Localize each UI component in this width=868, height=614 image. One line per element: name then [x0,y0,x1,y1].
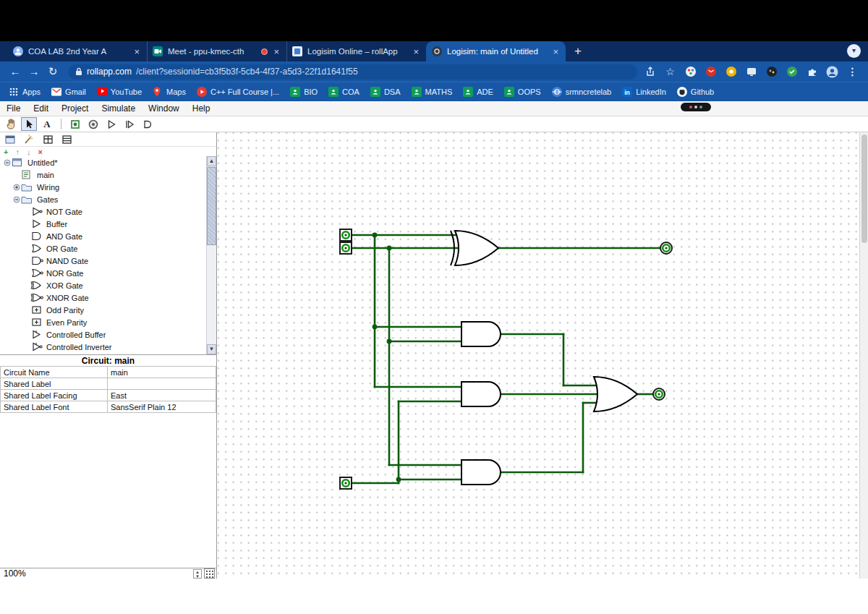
and-gate-3[interactable] [461,460,501,485]
canvas-scroll-thumb[interactable] [861,135,867,243]
tree-item-untitled-[interactable]: Untitled* [0,156,206,169]
tree-item-nand-gate[interactable]: NAND Gate [0,255,206,267]
tree-item-main[interactable]: main [0,169,206,181]
tree-expander-icon[interactable] [12,196,21,203]
mail-icon[interactable] [704,65,718,79]
tree-item-xnor-gate[interactable]: XNOR Gate [0,291,206,304]
tree-item-wiring[interactable]: Wiring [0,181,206,193]
zoom-spinner[interactable]: ▲▼ [193,569,202,579]
forward-button[interactable]: → [25,65,43,78]
output-pin-sum[interactable] [660,242,672,254]
tree-scrollbar[interactable]: ▲ ▼ [206,156,216,354]
tree-item-controlled-inverter[interactable]: Controlled Inverter [0,341,206,353]
attribute-value[interactable]: SansSerif Plain 12 [108,401,216,413]
bookmark-youtube[interactable]: YouTube [97,87,142,97]
tree-expander-icon[interactable] [12,184,21,191]
menu-help[interactable]: Help [186,103,217,114]
browser-tab-4[interactable]: Logisim: main of Untitled× [426,41,566,61]
bookmark-apps[interactable]: Apps [9,87,41,97]
tab-close-icon[interactable]: × [132,46,141,57]
tab-close-icon[interactable]: × [272,46,281,57]
profile-icon[interactable] [825,65,839,79]
browser-tab-3[interactable]: Logisim Online – rollApp× [286,41,426,61]
layout-button-b[interactable] [59,132,75,146]
attribute-value[interactable]: main [108,367,216,378]
bookmark-maps[interactable]: Maps [153,87,186,97]
menu-icon[interactable]: ⋮ [846,65,859,79]
bookmark-linkedin[interactable]: inLinkedIn [622,87,666,97]
or-gate[interactable] [594,377,637,412]
star-icon[interactable]: ☆ [663,65,677,79]
bookmark-coa[interactable]: COA [328,87,359,97]
text-tool-icon[interactable]: A [39,117,55,131]
tree-item-nor-gate[interactable]: NOR Gate [0,267,206,279]
tree-item-xor-gate[interactable]: XOR Gate [0,279,206,291]
bookmark-gmail[interactable]: Gmail [51,87,86,97]
delete-button[interactable]: × [38,148,42,156]
poke-tool-icon[interactable] [3,117,19,131]
tree-expander-icon[interactable] [3,159,12,166]
attribute-value[interactable]: East [108,390,216,401]
and-gate-1[interactable] [461,322,501,346]
orange-icon[interactable] [724,65,738,79]
move-up-button[interactable]: ↑ [15,148,20,156]
tree-item-controlled-buffer[interactable]: Controlled Buffer [0,328,206,341]
tab-search-button[interactable]: ▾ [847,44,861,58]
simulate-run-tool-icon[interactable] [103,117,119,131]
attribute-value[interactable] [108,378,216,390]
tree-item-gates[interactable]: Gates [0,193,206,205]
tree-item-odd-parity[interactable]: Odd Parity [0,304,206,316]
bookmark-bio[interactable]: BIO [290,87,318,97]
new-tab-button[interactable]: + [566,41,590,61]
scroll-down-button[interactable]: ▼ [207,344,216,354]
menu-edit[interactable]: Edit [27,103,55,114]
dark-icon[interactable] [765,65,778,79]
bookmark-c-full-course-[interactable]: C++ Full Course |... [197,87,279,97]
bookmark-maths[interactable]: MATHS [412,87,453,97]
scroll-up-button[interactable]: ▲ [207,156,216,166]
menu-simulate[interactable]: Simulate [95,103,142,114]
view-simulation-button[interactable] [21,132,37,146]
bookmark-srmncretelab[interactable]: srmncretelab [552,87,612,97]
browser-tab-1[interactable]: COA LAB 2nd Year A× [7,41,147,61]
edit-tool-icon[interactable] [21,117,37,131]
browser-tab-2[interactable]: Meet - ppu-kmec-cth× [147,41,286,61]
tree-item-buffer[interactable]: Buffer [0,218,206,230]
zoom-value[interactable]: 100% [4,568,26,579]
menu-project[interactable]: Project [55,103,95,114]
grid-toggle-button[interactable] [204,568,215,579]
tree-item-even-parity[interactable]: Even Parity [0,316,206,328]
and-gate-2[interactable] [461,382,501,406]
screen-icon[interactable] [744,65,758,79]
output-pin-tool-icon[interactable] [85,117,101,131]
scroll-thumb[interactable] [207,167,216,245]
gate-tool-icon[interactable] [140,117,156,131]
input-pin-a[interactable] [340,229,352,241]
back-button[interactable]: ← [6,65,25,78]
tab-close-icon[interactable]: × [551,46,560,57]
move-down-button[interactable]: ↓ [27,148,31,156]
view-project-button[interactable] [2,132,18,146]
green-icon[interactable] [785,65,799,79]
bookmark-github[interactable]: Github [677,87,714,97]
url-bar[interactable]: rollapp.com/client?sessionid=cb3f5b3f-5c… [68,64,637,80]
bookmark-dsa[interactable]: DSA [370,87,401,97]
tree-item-and-gate[interactable]: AND Gate [0,230,206,242]
menu-window[interactable]: Window [142,103,186,114]
simulate-step-tool-icon[interactable] [122,117,137,131]
tree-item-or-gate[interactable]: OR Gate [0,242,206,255]
bookmark-ade[interactable]: ADE [463,87,493,97]
puzzle-icon[interactable] [805,65,819,79]
colorpick-icon[interactable] [684,65,697,79]
input-pin-c[interactable] [340,477,352,489]
share-icon[interactable] [643,65,657,79]
reload-button[interactable]: ↻ [43,65,62,78]
input-pin-b[interactable] [340,242,352,254]
tab-close-icon[interactable]: × [412,46,420,57]
circuit-canvas[interactable] [218,132,859,579]
bookmark-oops[interactable]: OOPS [504,87,541,97]
menu-file[interactable]: File [0,103,27,114]
add-button[interactable]: + [4,148,8,156]
canvas-scrollbar[interactable] [859,132,868,579]
tree-item-not-gate[interactable]: NOT Gate [0,205,206,218]
